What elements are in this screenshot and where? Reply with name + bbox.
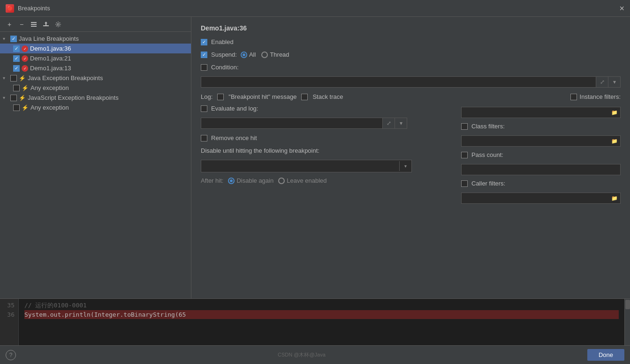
caller-filters-checkbox[interactable] [461, 180, 468, 187]
condition-row: Condition: [201, 64, 621, 71]
class-filters-browse-icon[interactable]: 📁 [609, 138, 620, 144]
right-col: 📁 Class filters: 📁 Pass count: [461, 105, 621, 208]
evaluate-input[interactable] [201, 118, 382, 128]
demo1-13-checkbox[interactable] [13, 65, 20, 72]
evaluate-checkbox[interactable] [201, 105, 207, 112]
remove-once-hit-row: Remove once hit [201, 134, 442, 141]
condition-checkbox[interactable] [201, 64, 207, 71]
close-button[interactable]: × [619, 4, 624, 13]
js-exception-checkbox[interactable] [10, 95, 17, 101]
pass-count-input[interactable] [462, 164, 620, 175]
caller-filters-browse-icon[interactable]: 📁 [609, 195, 620, 201]
js-exception-label: JavaScript Exception Breakpoints [28, 94, 119, 101]
java-line-header[interactable]: ▾ Java Line Breakpoints [0, 34, 191, 44]
java-exception-checkbox[interactable] [10, 75, 17, 82]
suspend-label: Suspend: [211, 51, 237, 58]
add-button[interactable]: + [4, 19, 15, 30]
demo1-36-checkbox[interactable] [13, 45, 20, 52]
instance-filters-browse-icon[interactable]: 📁 [609, 110, 620, 116]
breakpoint-demo1-36[interactable]: Demo1.java:36 [0, 44, 191, 53]
leave-enabled-label: Leave enabled [287, 177, 326, 184]
code-line-35: // 运行的0100-0001 [24, 301, 619, 310]
log-message-checkbox[interactable] [217, 94, 224, 100]
evaluate-dropdown-btn[interactable]: ▾ [395, 118, 407, 128]
evaluate-label: Evaluate and log: [211, 105, 258, 112]
evaluate-row: Evaluate and log: [201, 105, 442, 112]
condition-dropdown-btn[interactable]: ▾ [608, 77, 620, 87]
suspend-thread-option[interactable]: Thread [261, 51, 289, 58]
pass-count-checkbox[interactable] [461, 152, 468, 158]
condition-input[interactable] [201, 77, 596, 87]
scrollbar[interactable] [624, 299, 630, 345]
log-stack-checkbox[interactable] [301, 94, 308, 100]
dialog-title: Breakpoints [18, 5, 50, 12]
group-button[interactable] [28, 19, 39, 30]
two-col-layout: Evaluate and log: ⤢ ▾ Remove once hit [201, 105, 621, 208]
caller-filters-row: Caller filters: [461, 180, 621, 187]
expand-arrow-3: ▾ [3, 95, 8, 100]
caller-filters-input[interactable] [462, 193, 609, 203]
condition-expand-btn[interactable]: ⤢ [596, 77, 608, 87]
instance-filters-checkbox[interactable] [570, 94, 577, 100]
left-panel: + − [0, 17, 191, 298]
disable-again-label: Disable again [236, 177, 273, 184]
remove-button[interactable]: − [16, 19, 27, 30]
java-line-group: ▾ Java Line Breakpoints Demo1.java:36 [0, 34, 191, 73]
evaluate-input-row: ⤢ ▾ [201, 118, 442, 129]
class-filters-checkbox[interactable] [461, 123, 468, 130]
disable-until-select[interactable] [201, 160, 399, 172]
suspend-all-option[interactable]: All [241, 51, 256, 58]
leave-enabled-radio[interactable] [278, 178, 285, 184]
svg-rect-2 [31, 26, 37, 27]
pass-count-row: Pass count: [461, 151, 621, 158]
code-area: 35 36 // 运行的0100-0001 System.out.println… [0, 298, 630, 345]
line-number-36: 36 [4, 310, 15, 319]
suspend-checkbox[interactable] [201, 52, 207, 58]
title-bar: 🔴 Breakpoints × [0, 0, 630, 17]
any-exception-1-checkbox[interactable] [13, 85, 20, 91]
any-exception-1[interactable]: ⚡ Any exception [0, 83, 191, 93]
code-content: // 运行的0100-0001 System.out.println(Integ… [19, 299, 624, 345]
remove-once-hit-label: Remove once hit [211, 134, 257, 141]
svg-rect-3 [43, 25, 49, 26]
svg-rect-1 [31, 24, 37, 25]
title-bar-left: 🔴 Breakpoints [6, 4, 50, 13]
evaluate-expand-btn[interactable]: ⤢ [382, 118, 395, 128]
demo1-21-checkbox[interactable] [13, 55, 20, 62]
disable-again-radio[interactable] [228, 178, 235, 184]
app-icon: 🔴 [6, 4, 14, 13]
suspend-thread-radio[interactable] [261, 52, 268, 58]
java-exception-header[interactable]: ▾ ⚡ Java Exception Breakpoints [0, 73, 191, 83]
log-stack-label: Stack trace [312, 93, 343, 100]
export-button[interactable] [40, 19, 52, 30]
suspend-all-radio[interactable] [241, 52, 247, 58]
right-panel: Demo1.java:36 Enabled Suspend: All Th [191, 17, 630, 298]
line-number-35: 35 [4, 301, 15, 310]
demo1-21-icon [22, 55, 28, 62]
help-button[interactable]: ? [6, 350, 16, 360]
breakpoint-demo1-21[interactable]: Demo1.java:21 [0, 53, 191, 63]
instance-filters-input[interactable] [462, 107, 609, 118]
pass-count-label: Pass count: [471, 151, 503, 158]
after-hit-label: After hit: [201, 177, 223, 184]
any-exception-2[interactable]: ⚡ Any exception [0, 103, 191, 112]
log-row: Log: "Breakpoint hit" message Stack trac… [201, 93, 621, 100]
enabled-checkbox[interactable] [201, 39, 207, 45]
instance-filters-label: Instance filters: [580, 93, 621, 100]
js-exception-header[interactable]: ▾ ⚡ JavaScript Exception Breakpoints [0, 93, 191, 103]
leave-enabled-option[interactable]: Leave enabled [278, 177, 326, 184]
code-text-36: System.out.println(Integer.toBinaryStrin… [24, 311, 186, 318]
enabled-label: Enabled [211, 38, 234, 45]
java-line-checkbox[interactable] [10, 36, 17, 42]
remove-once-hit-checkbox[interactable] [201, 135, 207, 141]
disable-until-label: Disable until hitting the following brea… [201, 147, 319, 154]
disable-again-option[interactable]: Disable again [228, 177, 273, 184]
scrollbar-thumb [625, 300, 630, 309]
settings-button[interactable] [53, 19, 64, 30]
any-exception-2-checkbox[interactable] [13, 104, 20, 111]
svg-point-6 [57, 23, 59, 25]
breakpoint-demo1-13[interactable]: Demo1.java:13 [0, 63, 191, 73]
java-exception-label: Java Exception Breakpoints [28, 74, 103, 82]
done-button[interactable]: Done [587, 349, 624, 361]
class-filters-input[interactable] [462, 136, 609, 146]
